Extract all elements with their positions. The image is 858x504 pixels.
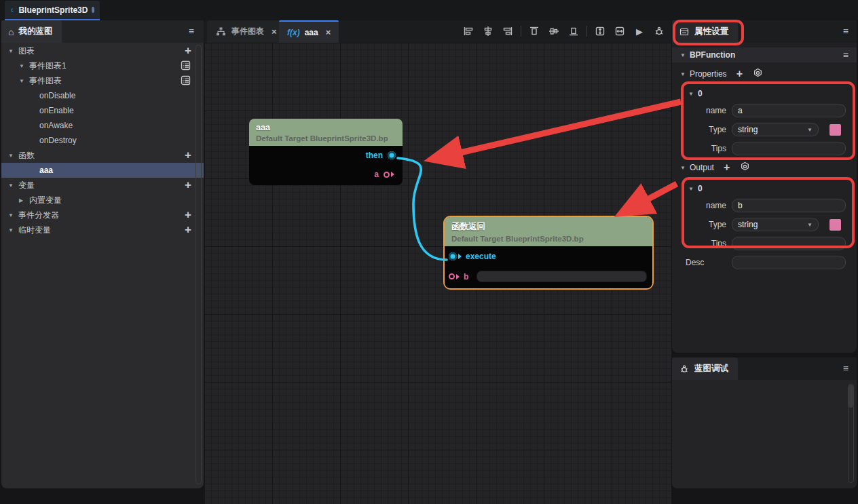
type-color-swatch[interactable]: [829, 219, 841, 231]
tree-item-onenable[interactable]: onEnable: [1, 103, 204, 118]
section-menu-icon[interactable]: ≡: [843, 50, 848, 60]
node-function-return[interactable]: 函数返回 Default Target BlueprintSprite3D.bp…: [443, 216, 654, 290]
node-header: aaa Default Target BlueprintSprite3D.bp: [249, 119, 403, 146]
tree-item-variables[interactable]: ▼ 变量 +: [1, 178, 204, 193]
tree-item-event-graph[interactable]: ▼ 事件图表: [1, 73, 204, 88]
tab-property-settings[interactable]: 属性设置: [672, 20, 738, 43]
add-graph-button[interactable]: +: [185, 45, 191, 57]
property-settings-gear-icon[interactable]: [752, 67, 764, 81]
tree-item-ondisable[interactable]: onDisable: [1, 88, 204, 103]
tree-item-label: 图表: [18, 45, 35, 57]
canvas-tab-label: aaa: [305, 28, 318, 37]
output-type-dropdown[interactable]: string ▼: [732, 218, 819, 231]
chevron-down-icon[interactable]: ▼: [688, 186, 694, 192]
chevron-down-icon: ▼: [807, 222, 813, 228]
debug-settings-button[interactable]: [652, 24, 666, 38]
tree-item-event-graph-1[interactable]: ▼ 事件图表1: [1, 58, 204, 73]
add-output-button[interactable]: +: [724, 161, 730, 174]
close-icon[interactable]: ×: [272, 26, 277, 37]
type-color-swatch[interactable]: [829, 124, 841, 136]
tips-label: Tips: [684, 144, 726, 153]
data-input-pin[interactable]: [449, 273, 460, 279]
blueprint-debug-title: 蓝图调试: [694, 363, 728, 374]
debug-body: [672, 380, 857, 488]
panel-menu-icon[interactable]: ≡: [843, 363, 848, 374]
add-property-button[interactable]: +: [736, 68, 743, 80]
add-temp-variable-button[interactable]: +: [185, 224, 191, 236]
data-output-pin[interactable]: [384, 172, 394, 178]
node-align-vcenter-button[interactable]: [481, 24, 495, 38]
node-align-left-button[interactable]: [462, 24, 475, 38]
tree-item-temp-variables[interactable]: ▼ 临时变量 +: [1, 222, 204, 237]
close-icon[interactable]: ×: [326, 27, 331, 37]
chevron-down-icon[interactable]: ▼: [8, 48, 15, 54]
canvas-tab-aaa[interactable]: f(x) aaa ×: [279, 20, 339, 43]
output-group-0[interactable]: ▼ 0: [672, 181, 857, 196]
debug-scrollbar[interactable]: [848, 384, 854, 483]
my-blueprint-header: ⌂ 我的蓝图 ≡: [1, 20, 204, 43]
tree-item-functions[interactable]: ▼ 函数 +: [1, 148, 204, 163]
exec-output-pin[interactable]: [388, 151, 396, 159]
chevron-down-icon[interactable]: ▼: [680, 71, 686, 77]
pin-label-a: a: [374, 170, 379, 179]
chevron-down-icon[interactable]: ▼: [680, 52, 686, 58]
add-dispatcher-button[interactable]: +: [185, 209, 191, 221]
canvas-tab-event-graph[interactable]: 事件图表 ×: [207, 20, 285, 43]
tree-item-label: 事件分发器: [18, 210, 59, 221]
name-label: name: [684, 106, 726, 115]
property-tips-input[interactable]: [732, 142, 846, 155]
section-output[interactable]: ▼ Output +: [672, 160, 857, 175]
window-tab-blueprintsprite3d[interactable]: BlueprintSprite3D: [5, 1, 100, 20]
run-button[interactable]: ▶: [633, 24, 646, 38]
add-function-button[interactable]: +: [185, 149, 191, 161]
output-settings-gear-icon[interactable]: [739, 161, 751, 174]
hierarchy-icon: [215, 26, 227, 37]
property-name-input[interactable]: [732, 104, 846, 117]
type-value: string: [738, 220, 758, 229]
output-tips-input[interactable]: [732, 237, 846, 250]
node-align-right-button[interactable]: [501, 24, 515, 38]
exec-input-pin[interactable]: [449, 252, 462, 260]
property-type-dropdown[interactable]: string ▼: [732, 123, 819, 136]
chevron-down-icon[interactable]: ▼: [8, 182, 15, 189]
desc-input[interactable]: [732, 256, 846, 269]
chevron-down-icon[interactable]: ▼: [688, 91, 694, 97]
section-properties[interactable]: ▼ Properties +: [672, 66, 857, 81]
tree-item-aaa[interactable]: aaa: [1, 163, 204, 178]
add-variable-button[interactable]: +: [185, 179, 191, 191]
section-bpfunction[interactable]: ▼ BPFunction ≡: [672, 47, 857, 62]
scrollbar-thumb[interactable]: [848, 385, 853, 408]
sidebar-scrollbar[interactable]: [195, 45, 202, 484]
chevron-down-icon[interactable]: ▼: [19, 78, 26, 84]
node-aaa[interactable]: aaa Default Target BlueprintSprite3D.bp …: [249, 119, 403, 185]
pin-label-execute: execute: [466, 252, 496, 261]
tree-item-ondestroy[interactable]: onDestroy: [1, 133, 204, 148]
node-align-hcenter-button[interactable]: [547, 24, 561, 38]
node-align-bottom-button[interactable]: [567, 24, 580, 38]
tree-item-builtin-variables[interactable]: ▶ 内置变量: [1, 193, 204, 208]
panel-menu-icon[interactable]: ≡: [843, 26, 848, 37]
output-name-input[interactable]: [732, 199, 846, 212]
bug-icon: [679, 364, 690, 374]
graph-list-icon[interactable]: [180, 75, 191, 88]
graph-list-icon[interactable]: [180, 60, 191, 73]
chevron-down-icon[interactable]: ▼: [19, 63, 26, 69]
tab-blueprint-debug[interactable]: 蓝图调试: [672, 357, 738, 380]
output-name-row: name: [672, 198, 857, 213]
tree-item-event-dispatchers[interactable]: ▼ 事件分发器 +: [1, 208, 204, 222]
distribute-vertical-button[interactable]: [593, 24, 607, 38]
node-align-top-button[interactable]: [527, 24, 541, 38]
distribute-horizontal-button[interactable]: [613, 24, 627, 38]
tree-item-graphs[interactable]: ▼ 图表 +: [1, 43, 204, 58]
property-group-0[interactable]: ▼ 0: [672, 86, 857, 101]
chevron-down-icon[interactable]: ▼: [8, 227, 15, 233]
chevron-down-icon[interactable]: ▼: [680, 165, 686, 171]
tab-my-blueprint[interactable]: ⌂ 我的蓝图: [1, 20, 62, 43]
tree-item-onawake[interactable]: onAwake: [1, 118, 204, 133]
chevron-down-icon[interactable]: ▼: [8, 153, 15, 159]
home-icon: ⌂: [8, 26, 14, 37]
chevron-down-icon[interactable]: ▼: [8, 212, 15, 218]
pin-b-value-input[interactable]: [477, 271, 647, 282]
chevron-right-icon[interactable]: ▶: [19, 197, 26, 203]
panel-menu-icon[interactable]: ≡: [189, 26, 194, 37]
